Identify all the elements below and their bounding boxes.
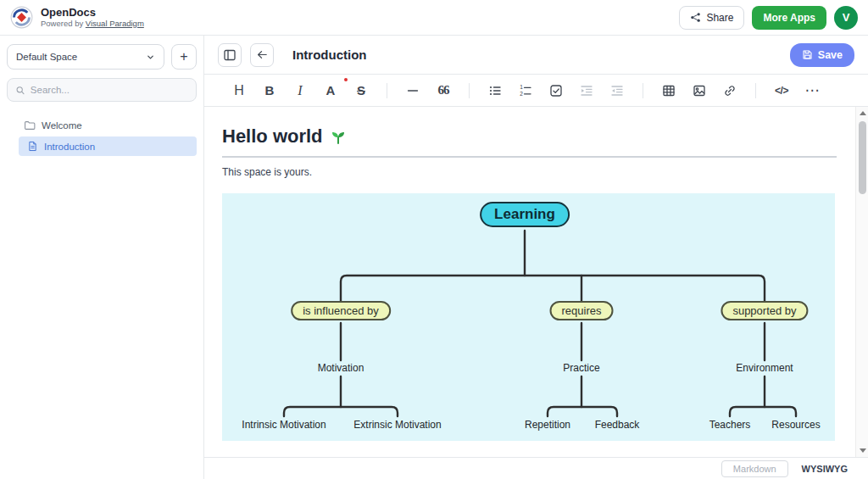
more-apps-button[interactable]: More Apps — [752, 6, 826, 30]
document-icon — [27, 141, 38, 152]
share-button[interactable]: Share — [679, 6, 744, 30]
link-icon — [723, 84, 737, 97]
horizontal-rule-button[interactable] — [400, 79, 426, 103]
top-bar: OpenDocs Powered by Visual Paradigm Shar… — [0, 0, 868, 36]
main-area: Introduction Save H B I A — [204, 36, 868, 479]
table-button[interactable] — [656, 79, 682, 103]
indent-button[interactable] — [574, 79, 599, 103]
toolbar-divider — [755, 83, 756, 98]
space-selector-label: Default Space — [16, 52, 77, 62]
mindmap-child-node: Motivation — [318, 362, 364, 374]
bullet-list-icon — [488, 84, 502, 97]
mindmap-leaf-node: Extrinsic Motivation — [353, 419, 441, 431]
toolbar-divider — [387, 83, 387, 98]
code-button[interactable]: </> — [769, 79, 794, 103]
scrollbar-up-icon[interactable] — [856, 107, 868, 120]
link-button[interactable] — [717, 79, 743, 103]
opendocs-app: OpenDocs Powered by Visual Paradigm Shar… — [0, 0, 868, 479]
vertical-scrollbar[interactable] — [855, 107, 868, 457]
mindmap-child-node: Practice — [563, 362, 599, 374]
search-input[interactable] — [31, 85, 188, 95]
avatar[interactable]: V — [834, 6, 858, 30]
toggle-sidebar-button[interactable] — [218, 43, 242, 67]
page-tree: Welcome Introduction — [7, 115, 197, 156]
status-bar: Markdown WYSIWYG — [204, 457, 868, 479]
document-body[interactable]: Hello world This space is yours. — [204, 107, 855, 457]
image-icon — [693, 84, 706, 97]
powered-by-prefix: Powered by — [41, 19, 83, 28]
color-dot — [344, 78, 348, 81]
save-button[interactable]: Save — [790, 43, 854, 67]
bullet-list-button[interactable] — [482, 79, 508, 103]
mindmap-leaf-node: Resources — [771, 419, 820, 431]
document-heading: Hello world — [222, 125, 837, 158]
mindmap-branch-node: supported by — [721, 301, 808, 320]
mindmap-branch-node: requires — [550, 301, 614, 320]
share-label: Share — [706, 12, 733, 24]
mindmap-leaf-node: Teachers — [709, 419, 751, 431]
powered-by: Powered by Visual Paradigm — [41, 19, 144, 29]
document-paragraph: This space is yours. — [222, 166, 837, 178]
panel-toggle-icon — [223, 48, 236, 62]
bold-button[interactable]: B — [257, 79, 282, 103]
chevron-down-icon — [146, 53, 155, 62]
markdown-mode-button[interactable]: Markdown — [721, 460, 788, 477]
tree-item-welcome[interactable]: Welcome — [7, 115, 197, 135]
indent-icon — [580, 84, 593, 97]
save-label: Save — [818, 49, 843, 61]
table-icon — [662, 84, 676, 97]
mindmap-leaf-node: Intrinsic Motivation — [242, 419, 326, 431]
top-bar-actions: Share More Apps V — [679, 6, 858, 30]
checklist-icon — [549, 84, 563, 97]
save-icon — [802, 49, 813, 60]
svg-text:1: 1 — [520, 84, 523, 90]
strikethrough-button[interactable]: S — [348, 79, 374, 103]
mindmap-diagram[interactable]: Learning is influenced by requires suppo… — [222, 193, 835, 441]
share-icon — [690, 12, 701, 23]
more-options-button[interactable]: ⋯ — [799, 79, 825, 103]
tree-item-label: Introduction — [44, 142, 95, 152]
sidebar: Default Space + W — [0, 36, 204, 479]
font-color-button[interactable]: A — [318, 79, 343, 103]
scrollbar-down-icon[interactable] — [856, 444, 868, 457]
back-arrow-icon — [256, 48, 269, 61]
mindmap-branch-node: is influenced by — [291, 301, 391, 320]
visual-paradigm-link[interactable]: Visual Paradigm — [86, 19, 144, 28]
toolbar-divider — [643, 83, 643, 98]
back-button[interactable] — [250, 43, 274, 67]
app-title: OpenDocs — [41, 7, 144, 19]
brand-text: OpenDocs Powered by Visual Paradigm — [41, 7, 144, 29]
numbered-list-icon: 1 2 — [519, 84, 532, 97]
horizontal-rule-icon — [406, 84, 420, 97]
opendocs-logo — [10, 6, 33, 29]
blockquote-button[interactable]: 66 — [431, 79, 456, 103]
tree-item-introduction[interactable]: Introduction — [19, 136, 197, 156]
editor-content: Hello world This space is yours. — [204, 107, 868, 457]
mindmap-root-node: Learning — [480, 202, 570, 227]
outdent-icon — [610, 84, 624, 97]
document-heading-text: Hello world — [222, 125, 323, 148]
svg-text:2: 2 — [520, 91, 523, 97]
font-color-label: A — [326, 83, 336, 97]
formatting-toolbar: H B I A S 66 — [204, 75, 868, 107]
wysiwyg-mode-button[interactable]: WYSIWYG — [797, 460, 853, 477]
page-title: Introduction — [292, 47, 366, 62]
toolbar-divider — [469, 83, 470, 98]
search-box[interactable] — [7, 78, 197, 102]
mindmap-leaf-node: Repetition — [525, 419, 570, 431]
outdent-button[interactable] — [604, 79, 630, 103]
numbered-list-button[interactable]: 1 2 — [513, 79, 538, 103]
seedling-icon — [330, 128, 347, 145]
scrollbar-thumb[interactable] — [859, 121, 866, 194]
add-space-button[interactable]: + — [171, 44, 197, 70]
italic-button[interactable]: I — [287, 79, 313, 103]
tree-item-label: Welcome — [42, 120, 82, 131]
mindmap-leaf-node: Feedback — [595, 419, 640, 431]
checklist-button[interactable] — [543, 79, 569, 103]
image-button[interactable] — [687, 79, 712, 103]
document-header: Introduction Save — [204, 36, 868, 75]
space-selector[interactable]: Default Space — [7, 44, 164, 70]
search-icon — [15, 85, 25, 96]
folder-icon — [24, 120, 36, 131]
heading-button[interactable]: H — [226, 79, 252, 103]
